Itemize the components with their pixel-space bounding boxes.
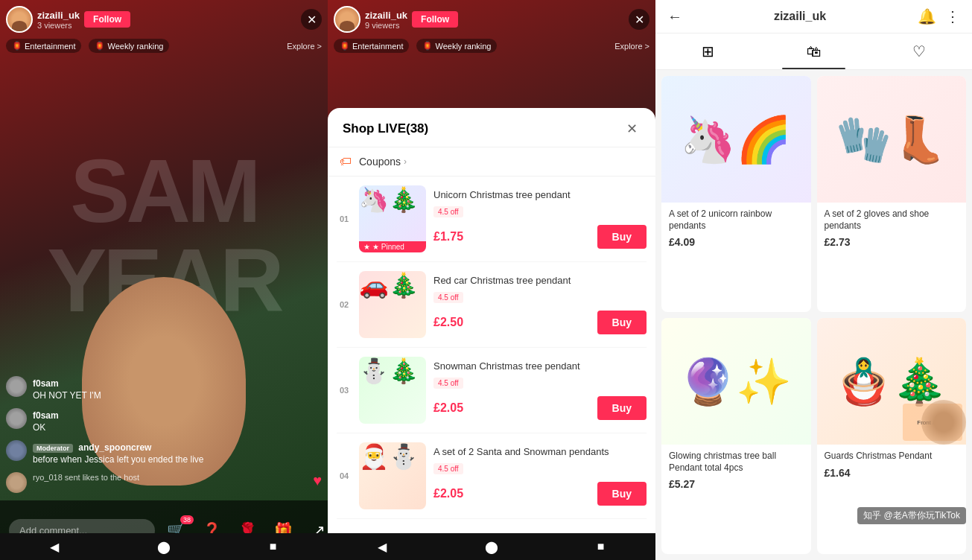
item-num-3: 03 [337,386,352,395]
item-price-row-4: £2.05 Buy [433,482,647,506]
product-card-2[interactable]: 🧤👢 A set of 2 gloves and shoe pendants £… [817,76,967,312]
second-tags-bar: 🏮 Entertainment 🏮 Weekly ranking Explore… [334,39,649,53]
buy-button-2[interactable]: Buy [597,311,647,334]
likes-text: ryo_018 sent likes to the host [33,473,307,482]
product-card-1[interactable]: 🦄🌈 A set of 2 unicorn rainbow pendants £… [661,76,811,312]
item-details-2: Red car Christmas tree pendant 4.5 off £… [433,275,647,335]
shop-items-list: 01 🦄🎄 ★ ★ Pinned Unicorn Christmas tree … [328,176,655,533]
mod-badge: Moderator [33,444,73,453]
modal-close-button[interactable]: ✕ [623,120,641,138]
chat-avatar-1 [6,376,27,397]
streamer-thumbnail [921,400,966,445]
username-block: zizaili_uk 3 viewers [37,10,80,30]
product-name-1: A set of 2 unicorn rainbow pendants [669,209,804,232]
item-details-3: Snowman Christmas tree pendant 4.5 off £… [433,360,647,421]
coupon-icon: 🏷 [340,155,353,168]
buy-button-3[interactable]: Buy [597,396,647,420]
shop-item-3: 03 ⛄🎄 Snowman Christmas tree pendant 4.5… [337,348,647,433]
profile-username: zizaili_uk [691,10,909,23]
second-explore-link[interactable]: Explore > [614,42,649,51]
nav-back[interactable]: ◀ [45,538,63,556]
shop-item-2: 02 🚗🎄 Red car Christmas tree pendant 4.5… [337,262,647,348]
username: zizaili_uk [37,10,80,21]
item-price-4: £2.05 [433,487,463,500]
live-top-bar: zizaili_uk 3 viewers Follow ✕ [6,6,322,33]
buy-button-1[interactable]: Buy [597,225,647,249]
shop-item-4: 04 🎅⛄ A set of 2 Santa and Snowman penda… [337,433,647,519]
wishlist-icon: ♡ [912,42,926,60]
nav-square-mid[interactable]: ■ [592,538,610,556]
tab-wishlist[interactable]: ♡ [866,34,972,69]
explore-link[interactable]: Explore > [287,42,322,51]
nav-home[interactable]: ⬤ [155,538,173,556]
item-price-2: £2.50 [433,316,463,329]
item-name-3: Snowman Christmas tree pendant [433,360,647,373]
tab-grid[interactable]: ⊞ [655,34,761,69]
second-follow-button[interactable]: Follow [412,11,458,28]
item-num-4: 04 [337,471,352,480]
product-name-4: Guards Christmas Pendant [825,451,959,462]
buy-button-4[interactable]: Buy [597,482,647,506]
second-viewers: 9 viewers [365,21,407,30]
entertainment-tag: 🏮 Entertainment [6,39,81,53]
product-price-1: £4.09 [669,236,804,248]
second-username-block: zizaili_uk 9 viewers [365,10,407,30]
chat-area: f0sam OH NOT YET I'M f0sam OK Moderator … [6,376,322,493]
coupons-bar[interactable]: 🏷 Coupons › [328,147,655,176]
second-user-info: zizaili_uk 9 viewers Follow [334,6,458,33]
product-image-4: 🪆🎄 Front / Side [817,318,967,445]
avatar [6,6,33,33]
shop-modal-header: Shop LIVE(38) ✕ [328,108,655,147]
tags-bar: 🏮 Entertainment 🏮 Weekly ranking Explore… [6,39,322,53]
item-image-3: ⛄🎄 [359,357,426,424]
left-live-panel: SAM YEAR ME zizaili_uk 3 viewers Follow … [0,0,328,560]
product-info-2: A set of 2 gloves and shoe pendants £2.7… [817,203,967,254]
chat-content-1: f0sam OH NOT YET I'M [33,376,322,401]
item-price-row-2: £2.50 Buy [433,311,647,334]
follow-button[interactable]: Follow [84,11,130,28]
likes-content: ryo_018 sent likes to the host [33,472,307,482]
product-image-2: 🧤👢 [817,76,967,203]
nav-back-mid[interactable]: ◀ [373,538,391,556]
item-name-4: A set of 2 Santa and Snowman pendants [433,446,647,459]
product-name-3: Glowing christmas tree ball Pendant tota… [669,451,804,474]
chat-content-3: Moderator andy_spooncrew before when Jes… [33,440,322,465]
chat-text-3: before when Jessica left you ended the l… [33,454,322,465]
coupons-arrow: › [404,156,407,167]
notification-icon[interactable]: 🔔 [918,7,936,25]
product-info-1: A set of 2 unicorn rainbow pendants £4.0… [661,203,811,254]
likes-notification: ryo_018 sent likes to the host ♥ [6,472,322,493]
profile-back-button[interactable]: ← [667,8,682,25]
tab-shop[interactable]: 🛍 [761,34,867,69]
product-name-2: A set of 2 gloves and shoe pendants [825,209,959,232]
shop-item-1: 01 🦄🎄 ★ ★ Pinned Unicorn Christmas tree … [337,176,647,262]
item-name-1: Unicorn Christmas tree pendant [433,189,647,202]
product-price-4: £1.64 [825,467,959,479]
products-grid: 🦄🌈 A set of 2 unicorn rainbow pendants £… [655,70,972,560]
discount-badge-2: 4.5 off [433,292,463,303]
item-image-2: 🚗🎄 [359,271,426,338]
user-info: zizaili_uk 3 viewers Follow [6,6,130,33]
chat-message-1: f0sam OH NOT YET I'M [6,376,322,401]
chat-message-3: Moderator andy_spooncrew before when Jes… [6,440,322,465]
discount-badge-3: 4.5 off [433,378,463,389]
more-options-icon[interactable]: ⋮ [945,7,960,25]
chat-username-1: f0sam [33,378,59,389]
nav-square[interactable]: ■ [264,538,282,556]
profile-header: ← zizaili_uk 🔔 ⋮ [655,0,972,34]
nav-home-mid[interactable]: ⬤ [483,538,501,556]
ranking-tag: 🏮 Weekly ranking [89,39,169,53]
product-card-3[interactable]: 🔮✨ Glowing christmas tree ball Pendant t… [661,318,811,554]
chat-avatar-2 [6,408,27,429]
viewers-count: 3 viewers [37,21,80,30]
nav-bar-mid: ◀ ⬤ ■ [328,533,655,560]
second-close-button[interactable]: ✕ [629,9,649,30]
shop-modal-title: Shop LIVE(38) [343,121,428,136]
close-button[interactable]: ✕ [301,9,322,30]
chat-content-2: f0sam OK [33,408,322,433]
middle-shop-panel: SAM zizaili_uk 9 viewers Follow ✕ 🏮 Ente… [328,0,655,560]
discount-badge-4: 4.5 off [433,463,463,474]
item-name-2: Red car Christmas tree pendant [433,275,647,287]
profile-tabs: ⊞ 🛍 ♡ [655,34,972,70]
item-num-2: 02 [337,300,352,309]
